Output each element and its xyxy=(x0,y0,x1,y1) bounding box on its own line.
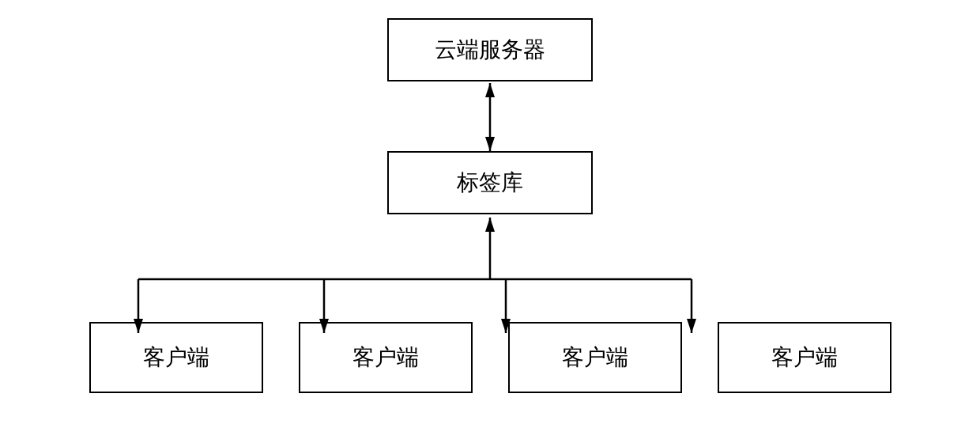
svg-marker-1 xyxy=(485,83,495,97)
client-col-2: 客户端 xyxy=(299,322,473,393)
cloud-server-box: 云端服务器 xyxy=(387,18,593,81)
client-label-3: 客户端 xyxy=(562,342,628,373)
client-label-4: 客户端 xyxy=(771,342,838,373)
client-col-1: 客户端 xyxy=(89,322,263,393)
tag-library-label: 标签库 xyxy=(457,168,523,198)
svg-marker-2 xyxy=(485,137,495,151)
client-col-4: 客户端 xyxy=(718,322,891,393)
architecture-diagram: 云端服务器 标签库 客户端 客户端 客户端 客户端 xyxy=(16,10,964,430)
cloud-server-label: 云端服务器 xyxy=(435,35,545,65)
client-box-2: 客户端 xyxy=(299,322,473,393)
client-box-1: 客户端 xyxy=(89,322,263,393)
client-box-4: 客户端 xyxy=(718,322,891,393)
client-label-1: 客户端 xyxy=(143,342,209,373)
clients-row: 客户端 客户端 客户端 客户端 xyxy=(89,322,891,393)
tag-library-box: 标签库 xyxy=(387,151,593,214)
client-col-3: 客户端 xyxy=(508,322,682,393)
client-label-2: 客户端 xyxy=(352,342,419,373)
client-box-3: 客户端 xyxy=(508,322,682,393)
svg-marker-13 xyxy=(485,218,495,232)
